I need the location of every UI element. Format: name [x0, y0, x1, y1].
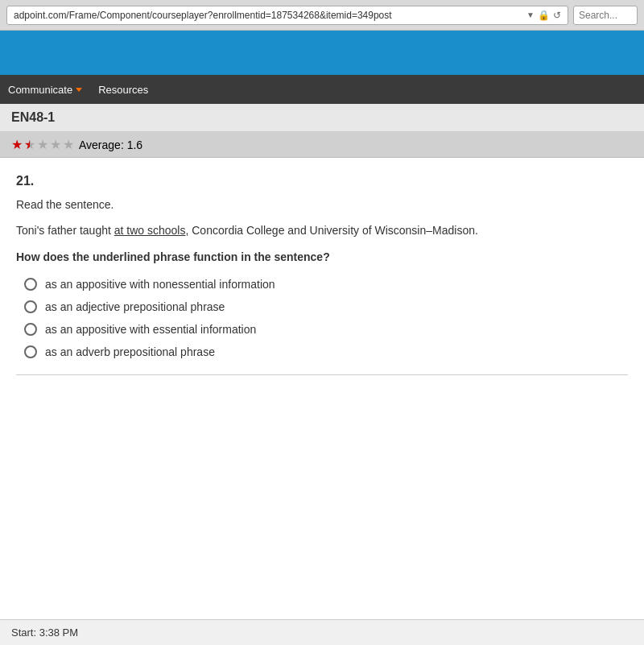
section-divider	[16, 374, 628, 375]
sentence-before: Toni's father taught	[16, 224, 114, 237]
star-rating: ★ ★★ ★ ★ ★	[11, 137, 74, 152]
browser-bar: adpoint.com/Frame/Component/courseplayer…	[0, 0, 644, 31]
browser-search-input[interactable]	[573, 6, 638, 25]
sentence-after: , Concordia College and University of Wi…	[185, 224, 477, 237]
star-2: ★★	[24, 137, 35, 152]
question-prompt: How does the underlined phrase function …	[16, 250, 628, 263]
question-number: 21.	[16, 174, 628, 188]
option-b-text: as an adjective prepositional phrase	[45, 300, 225, 313]
start-time: Start: 3:38 PM	[11, 626, 78, 639]
reload-icon[interactable]: ↺	[553, 10, 561, 21]
star-1: ★	[11, 137, 23, 152]
sentence-underlined: at two schools	[114, 224, 186, 237]
url-bar[interactable]: adpoint.com/Frame/Component/courseplayer…	[6, 6, 568, 25]
option-a-text: as an appositive with nonessential infor…	[45, 278, 275, 291]
nav-communicate[interactable]: Communicate	[8, 84, 82, 96]
page-title: EN48-1	[11, 110, 55, 124]
bottom-bar: Start: 3:38 PM	[0, 619, 644, 645]
nav-bar: Communicate Resources	[0, 75, 644, 104]
nav-resources[interactable]: Resources	[98, 84, 148, 96]
communicate-dropdown-icon	[76, 88, 82, 92]
rating-bar: ★ ★★ ★ ★ ★ Average: 1.6	[0, 132, 644, 158]
url-text: adpoint.com/Frame/Component/courseplayer…	[14, 10, 392, 21]
question-area: 21. Read the sentence. Toni's father tau…	[0, 158, 644, 480]
star-5: ★	[63, 137, 74, 152]
average-label: Average: 1.6	[79, 139, 142, 151]
option-d-text: as an adverb prepositional phrase	[45, 345, 215, 358]
page-title-bar: EN48-1	[0, 104, 644, 132]
app-header	[0, 31, 644, 75]
question-instruction: Read the sentence.	[16, 198, 628, 211]
radio-a[interactable]	[24, 278, 37, 291]
radio-d[interactable]	[24, 345, 37, 358]
dropdown-icon[interactable]: ▼	[526, 10, 535, 19]
option-b[interactable]: as an adjective prepositional phrase	[24, 300, 628, 313]
radio-b[interactable]	[24, 300, 37, 313]
answer-options: as an appositive with nonessential infor…	[24, 278, 628, 358]
star-4: ★	[50, 137, 61, 152]
question-sentence: Toni's father taught at two schools, Con…	[16, 222, 628, 239]
lock-icon: 🔒	[538, 10, 550, 21]
option-c[interactable]: as an appositive with essential informat…	[24, 323, 628, 336]
option-c-text: as an appositive with essential informat…	[45, 323, 256, 336]
option-a[interactable]: as an appositive with nonessential infor…	[24, 278, 628, 291]
resources-label: Resources	[98, 84, 148, 96]
communicate-label: Communicate	[8, 84, 72, 96]
option-d[interactable]: as an adverb prepositional phrase	[24, 345, 628, 358]
radio-c[interactable]	[24, 323, 37, 336]
star-3: ★	[37, 137, 48, 152]
